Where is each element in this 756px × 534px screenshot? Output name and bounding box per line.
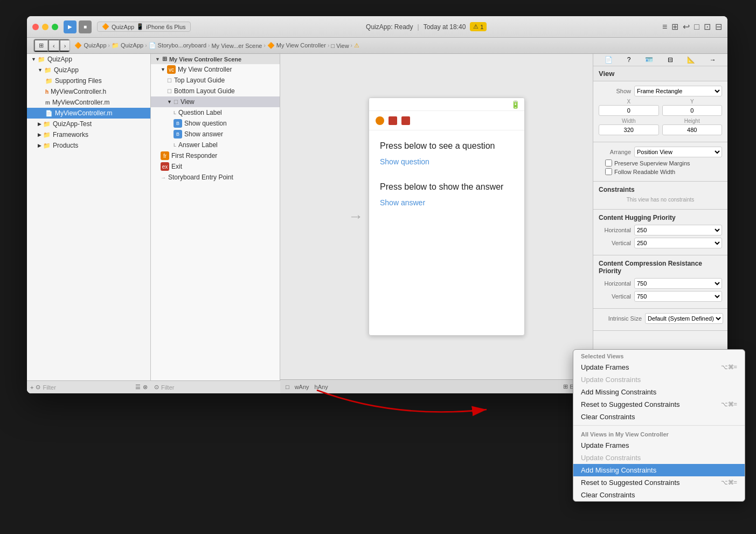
hugging-v-select[interactable]: 250 — [634, 238, 722, 248]
menu-update-frames-1[interactable]: Update Frames ⌥⌘= — [573, 361, 745, 373]
checkboxes: Preserve Superview Margins — [599, 159, 722, 168]
nav-frameworks[interactable]: ▶ 📁 Frameworks — [27, 129, 150, 140]
status-time: Today at 18:40 — [424, 23, 466, 31]
outline-filter-input[interactable]: Filter — [161, 384, 277, 391]
follow-readable-checkbox[interactable] — [605, 168, 612, 175]
outline-view-controller[interactable]: ▼ vc My View Controller — [151, 64, 280, 75]
editor-icon[interactable]: ≡ — [662, 22, 667, 32]
y-coord: Y — [662, 99, 723, 116]
nav-quizapp-group[interactable]: ▼ 📁 QuizApp — [27, 65, 150, 75]
filter-input[interactable]: Filter — [43, 384, 133, 391]
panel-icon-bar: 📄 ? 🪪 ⊟ 📐 → — [593, 54, 727, 66]
traffic-lights — [32, 24, 58, 30]
outline-view[interactable]: ▼ ☐ View — [151, 96, 280, 107]
hugging-h-select[interactable]: 250 — [634, 225, 722, 235]
warning-badge[interactable]: ⚠ 1 — [470, 22, 487, 31]
arrange-select[interactable]: Position View — [634, 147, 722, 157]
back-nav-button[interactable]: ⊞ — [34, 39, 48, 52]
file-icon[interactable]: 📄 — [605, 56, 613, 64]
size-icon[interactable]: 📐 — [687, 56, 695, 64]
preserve-superview-checkbox[interactable] — [605, 159, 612, 167]
show-select[interactable]: Frame Rectangle — [634, 86, 722, 96]
nav-products[interactable]: ▶ 📁 Products — [27, 140, 150, 151]
nav-quizapp-test[interactable]: ▶ 📁 QuizApp-Test — [27, 119, 150, 129]
follow-label: Follow Readable Width — [614, 169, 675, 175]
nav-viewcontroller-m[interactable]: m MyViewController.m — [27, 97, 150, 108]
outline-show-answer[interactable]: B Show answer — [151, 129, 280, 140]
outline-question-label[interactable]: L Question Label — [151, 107, 280, 118]
navigator-icon[interactable]: ⊡ — [704, 22, 711, 32]
scheme-icon: 🔶 — [102, 23, 109, 30]
identity-icon[interactable]: 🪪 — [645, 56, 653, 64]
menu-reset-suggested-1[interactable]: Reset to Suggested Constraints ⌥⌘= — [573, 398, 745, 411]
outline-show-question[interactable]: B Show question — [151, 118, 280, 129]
menu-add-missing-2[interactable]: Add Missing Constraints — [573, 464, 745, 476]
nav-supporting-files[interactable]: 📁 Supporting Files — [27, 75, 150, 86]
minimize-button[interactable] — [42, 24, 48, 30]
outline-top-layout[interactable]: ☐ Top Layout Guide — [151, 75, 280, 86]
menu-update-frames-2[interactable]: Update Frames — [573, 439, 745, 452]
device-name[interactable]: iPhone 6s Plus — [146, 24, 185, 30]
breadcrumb-warning[interactable]: ⚠ — [354, 42, 359, 49]
scene-header-icon: ⊞ — [162, 56, 167, 63]
menu-clear-constraints-1[interactable]: Clear Constraints — [573, 411, 745, 423]
width-input[interactable] — [599, 124, 659, 135]
height-input[interactable] — [662, 124, 723, 135]
assistant-icon[interactable]: ⊞ — [671, 22, 678, 32]
help-icon[interactable]: ? — [627, 56, 631, 64]
nav-storyboard[interactable]: 📄 MyViewController.m — [27, 108, 150, 119]
toolbar-icon-3 — [401, 116, 410, 125]
breadcrumb-storyboard[interactable]: 📄 Storybo...oryboard — [149, 42, 207, 49]
x-coord: X — [599, 99, 659, 116]
compression-h-select[interactable]: 750 — [634, 278, 722, 289]
app-status: QuizApp: Ready — [366, 23, 413, 31]
compression-v-select[interactable]: 750 — [634, 291, 722, 302]
menu-reset-suggested-2[interactable]: Reset to Suggested Constraints ⌥⌘= — [573, 476, 745, 489]
hugging-v-row: Vertical 250 — [599, 238, 722, 248]
inspector-icon[interactable]: ⊟ — [715, 22, 722, 32]
attributes-icon[interactable]: ⊟ — [668, 56, 673, 64]
compression-h-row: Horizontal 750 — [599, 278, 722, 289]
outline-bottom-layout[interactable]: ☐ Bottom Layout Guide — [151, 86, 280, 96]
breadcrumb-quizapp2[interactable]: 📁 QuizApp — [112, 42, 143, 49]
canvas-content[interactable]: → 🔋 Press below to see a question Show q… — [280, 54, 593, 379]
next-button[interactable]: › — [59, 39, 70, 52]
outline-answer-label[interactable]: L Answer Label — [151, 140, 280, 150]
constraints-note: This view has no constraints — [599, 197, 722, 203]
toolbar-icons: ≡ ⊞ ↩ □ ⊡ ⊟ — [662, 22, 722, 32]
show-question-button[interactable]: Show question — [380, 157, 514, 166]
close-filter-icon[interactable]: ⊗ — [143, 384, 148, 391]
layout-icon[interactable]: □ — [694, 22, 699, 32]
menu-clear-constraints-2[interactable]: Clear Constraints — [573, 489, 745, 501]
preserve-superview-row: Preserve Superview Margins — [601, 159, 690, 167]
panel-title: View — [593, 66, 727, 81]
back-icon[interactable]: ↩ — [683, 22, 690, 32]
show-answer-button[interactable]: Show answer — [380, 198, 514, 207]
constraints-section: Constraints This view has no constraints — [593, 182, 727, 210]
add-file-button[interactable]: + — [30, 384, 33, 391]
connections-icon[interactable]: → — [710, 56, 716, 64]
close-button[interactable] — [32, 24, 39, 30]
breadcrumb-view[interactable]: □ View — [331, 43, 349, 49]
fullscreen-button[interactable] — [52, 24, 58, 30]
outline-exit[interactable]: ex Exit — [151, 161, 280, 172]
y-input[interactable] — [662, 105, 723, 116]
outline-first-responder[interactable]: fr First Responder — [151, 150, 280, 161]
outline-entry-point[interactable]: → Storyboard Entry Point — [151, 172, 280, 183]
breadcrumb-quizapp[interactable]: 🔶 QuizApp — [74, 42, 106, 49]
menu-add-missing-1[interactable]: Add Missing Constraints — [573, 386, 745, 398]
breadcrumb-scene[interactable]: My View...er Scene — [211, 43, 262, 49]
storyboard-icon: 📄 — [45, 110, 53, 117]
nav-viewcontroller-h[interactable]: h MyViewController.h — [27, 86, 150, 97]
x-input[interactable] — [599, 105, 659, 116]
run-button[interactable]: ▶ — [64, 20, 77, 33]
stop-button[interactable]: ■ — [79, 20, 92, 33]
breadcrumb-controller[interactable]: 🔶 My View Controller — [267, 42, 326, 49]
prev-button[interactable]: ‹ — [48, 39, 59, 52]
canvas-frame-icon[interactable]: □ — [286, 384, 289, 390]
h-file-icon: h — [45, 89, 48, 95]
intrinsic-select[interactable]: Default (System Defined) — [645, 313, 723, 324]
list-view-icon[interactable]: ☰ — [135, 384, 141, 391]
nav-quizapp-root[interactable]: ▼ 📁 QuizApp — [27, 54, 150, 65]
hugging-title: Content Hugging Priority — [599, 214, 722, 221]
